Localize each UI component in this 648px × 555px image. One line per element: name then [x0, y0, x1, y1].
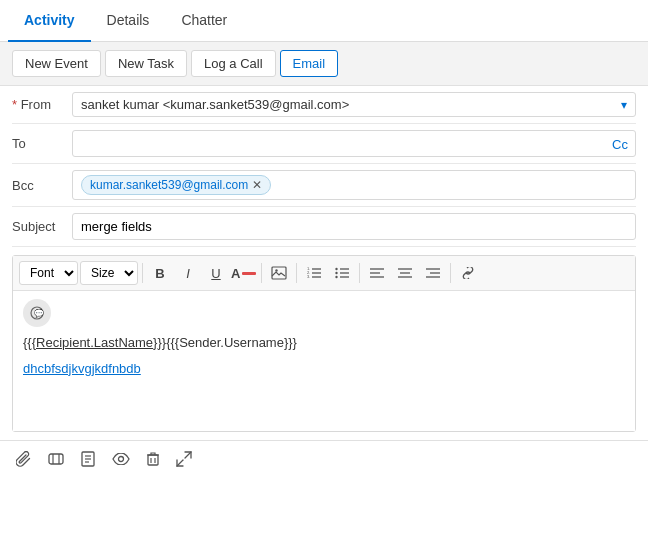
sep3	[296, 263, 297, 283]
to-label: To	[12, 136, 72, 151]
editor-body[interactable]: 💬 {{{Recipient.LastName}}}{{{Sender.User…	[13, 291, 635, 431]
new-task-button[interactable]: New Task	[105, 50, 187, 77]
from-chevron-icon[interactable]: ▾	[621, 98, 627, 112]
svg-text:💬: 💬	[34, 308, 44, 318]
sep5	[450, 263, 451, 283]
email-form: * From sanket kumar <kumar.sanket539@gma…	[0, 86, 648, 247]
bcc-chip-email: kumar.sanket539@gmail.com	[90, 178, 248, 192]
rich-text-editor: Font Size B I U A	[12, 255, 636, 432]
content-close-brace1: }}	[157, 335, 166, 350]
svg-rect-33	[148, 455, 158, 465]
align-center-button[interactable]	[392, 260, 418, 286]
svg-line-37	[177, 460, 183, 466]
subject-input[interactable]	[72, 213, 636, 240]
delete-button[interactable]	[142, 449, 164, 469]
new-event-button[interactable]: New Event	[12, 50, 101, 77]
to-row: To Cc	[12, 124, 636, 164]
subject-field-wrap	[72, 213, 636, 240]
tab-activity[interactable]: Activity	[8, 0, 91, 42]
svg-point-12	[335, 272, 337, 274]
editor-line1: {{{Recipient.LastName}}}{{{Sender.Userna…	[23, 333, 625, 353]
svg-point-1	[275, 269, 277, 271]
from-dropdown[interactable]: sanket kumar <kumar.sanket539@gmail.com>…	[72, 92, 636, 117]
template-button[interactable]	[76, 449, 100, 469]
sep4	[359, 263, 360, 283]
action-toolbar: New Event New Task Log a Call Email	[0, 42, 648, 86]
attach-button[interactable]	[12, 449, 36, 469]
sep2	[261, 263, 262, 283]
align-left-button[interactable]	[364, 260, 390, 286]
bcc-chip-remove[interactable]: ✕	[252, 178, 262, 192]
tab-details[interactable]: Details	[91, 0, 166, 42]
log-call-button[interactable]: Log a Call	[191, 50, 276, 77]
svg-rect-0	[272, 267, 286, 279]
svg-rect-25	[49, 454, 63, 464]
bottom-toolbar	[0, 440, 648, 477]
sep1	[142, 263, 143, 283]
font-color-button[interactable]: A	[231, 260, 257, 286]
from-row: * From sanket kumar <kumar.sanket539@gma…	[12, 86, 636, 124]
italic-button[interactable]: I	[175, 260, 201, 286]
tab-chatter[interactable]: Chatter	[165, 0, 243, 42]
tabs-bar: Activity Details Chatter	[0, 0, 648, 42]
svg-point-13	[335, 276, 337, 278]
bcc-chip-container: kumar.sanket539@gmail.com ✕	[72, 170, 636, 200]
preview-button[interactable]	[108, 451, 134, 467]
email-button[interactable]: Email	[280, 50, 339, 77]
bcc-label: Bcc	[12, 178, 72, 193]
bcc-row: Bcc kumar.sanket539@gmail.com ✕	[12, 164, 636, 207]
font-select[interactable]: Font	[19, 261, 78, 285]
content-merge2: {{{Sender.Username}}}	[166, 335, 297, 350]
merge-field-icon[interactable]: 💬	[23, 299, 51, 327]
size-select[interactable]: Size	[80, 261, 138, 285]
align-right-button[interactable]	[420, 260, 446, 286]
svg-point-32	[119, 457, 124, 462]
required-star: *	[12, 97, 21, 112]
editor-line2: dhcbfsdjkvgjkdfnbdb	[23, 359, 625, 379]
expand-button[interactable]	[172, 449, 196, 469]
ordered-list-button[interactable]: 1. 2. 3.	[301, 260, 327, 286]
to-field-wrap: Cc	[72, 130, 636, 157]
from-value: sanket kumar <kumar.sanket539@gmail.com>	[81, 97, 621, 112]
svg-text:3.: 3.	[307, 274, 310, 279]
content-open-brace1: {{	[23, 335, 32, 350]
merge-field-recipient: {Recipient.LastName}	[32, 335, 158, 350]
unordered-list-button[interactable]	[329, 260, 355, 286]
editor-link[interactable]: dhcbfsdjkvgjkdfnbdb	[23, 361, 141, 376]
image-button[interactable]	[266, 260, 292, 286]
svg-point-11	[335, 268, 337, 270]
editor-toolbar: Font Size B I U A	[13, 256, 635, 291]
editor-content-area: {{{Recipient.LastName}}}{{{Sender.Userna…	[23, 333, 625, 378]
bcc-chip: kumar.sanket539@gmail.com ✕	[81, 175, 271, 195]
from-field-wrap: sanket kumar <kumar.sanket539@gmail.com>…	[72, 92, 636, 117]
link-button[interactable]	[455, 260, 481, 286]
from-label: * From	[12, 97, 72, 112]
subject-label: Subject	[12, 219, 72, 234]
to-input[interactable]	[72, 130, 636, 157]
cc-link[interactable]: Cc	[608, 136, 628, 151]
subject-row: Subject	[12, 207, 636, 247]
bold-button[interactable]: B	[147, 260, 173, 286]
svg-line-36	[185, 452, 191, 458]
merge-fields-button[interactable]	[44, 449, 68, 469]
underline-button[interactable]: U	[203, 260, 229, 286]
